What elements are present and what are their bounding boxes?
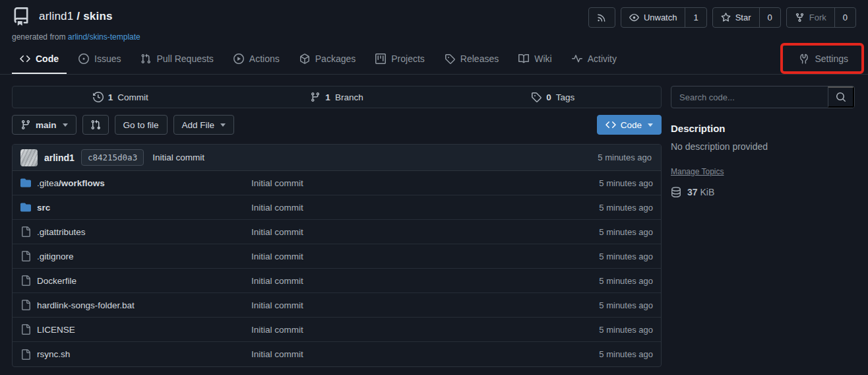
entry-commit-message-link[interactable]: Initial commit <box>251 178 547 188</box>
file-icon <box>20 251 31 261</box>
search-button[interactable] <box>828 86 854 108</box>
book-icon <box>518 53 529 64</box>
entry-commit-message-link[interactable]: Initial commit <box>251 349 547 359</box>
go-to-file-button[interactable]: Go to file <box>115 115 168 135</box>
fork-button-group: Fork 0 <box>786 7 856 28</box>
file-link[interactable]: Dockerfile <box>20 275 251 286</box>
tab-projects[interactable]: Projects <box>367 45 433 74</box>
file-link[interactable]: hardlink-songs-folder.bat <box>20 300 251 310</box>
branch-selector[interactable]: main <box>12 115 77 135</box>
play-icon <box>233 53 244 64</box>
folder-icon <box>20 202 31 213</box>
tag-icon <box>445 53 455 64</box>
template-link[interactable]: arlind/skins-template <box>68 32 140 42</box>
tab-issues[interactable]: Issues <box>71 45 129 74</box>
tab-actions[interactable]: Actions <box>226 45 288 74</box>
tags-summary-link[interactable]: 0 Tags <box>445 86 661 108</box>
add-file-button[interactable]: Add File <box>173 115 235 135</box>
chevron-down-icon <box>63 123 68 127</box>
go-to-file-label: Go to file <box>123 120 159 130</box>
entry-name: .gitignore <box>37 252 74 261</box>
forks-count[interactable]: 0 <box>834 8 855 27</box>
tab-releases[interactable]: Releases <box>437 45 507 74</box>
issue-icon <box>78 53 89 64</box>
file-link[interactable]: .gitattributes <box>20 226 251 237</box>
page-title: arlind1 / skins <box>39 10 113 23</box>
stars-count[interactable]: 0 <box>759 8 780 27</box>
branch-icon <box>20 119 31 130</box>
table-row: .gitattributesInitial commit5 minutes ag… <box>13 220 661 244</box>
commits-summary-link[interactable]: 1 Commit <box>13 86 229 108</box>
star-button-group: Star 0 <box>712 7 781 28</box>
commit-hash-link[interactable]: c84215d0a3 <box>81 149 144 166</box>
repo-name-link[interactable]: skins <box>83 10 112 22</box>
repo-header: arlind1 / skins Unwatch 1 Star 0 <box>0 0 868 42</box>
repo-toolbar: main Go to file Add File Code <box>12 115 662 135</box>
repo-owner-link[interactable]: arlind1 <box>39 10 73 22</box>
commit-author-link[interactable]: arlind1 <box>44 153 75 163</box>
tag-icon <box>531 92 542 102</box>
entry-age: 5 minutes ago <box>547 300 653 310</box>
branch-count: 1 <box>325 92 330 102</box>
rss-icon <box>597 13 607 22</box>
file-icon <box>20 349 31 360</box>
commit-count: 1 <box>108 92 113 102</box>
project-icon <box>375 53 386 64</box>
avatar[interactable] <box>20 149 38 166</box>
tab-wiki[interactable]: Wiki <box>511 45 559 74</box>
entry-name: hardlink-songs-folder.bat <box>37 300 135 310</box>
database-icon <box>671 187 681 197</box>
star-button[interactable]: Star <box>713 8 759 27</box>
entry-commit-message-link[interactable]: Initial commit <box>251 227 547 237</box>
entry-name: LICENSE <box>37 325 75 335</box>
settings-tab-wrap: Settings <box>791 45 856 74</box>
rss-button[interactable] <box>588 7 615 28</box>
repo-tab-bar: CodeIssuesPull RequestsActionsPackagesPr… <box>0 45 868 75</box>
history-icon <box>93 92 104 102</box>
branch-count-label: Branch <box>335 92 363 102</box>
file-icon <box>20 324 31 335</box>
tab-packages[interactable]: Packages <box>292 45 363 74</box>
description-heading: Description <box>671 123 855 134</box>
folder-link[interactable]: src <box>20 202 251 213</box>
compare-button[interactable] <box>82 115 109 135</box>
entry-age: 5 minutes ago <box>547 252 653 261</box>
unwatch-button[interactable]: Unwatch <box>621 8 685 27</box>
entry-commit-message-link[interactable]: Initial commit <box>251 300 547 310</box>
fork-icon <box>795 13 805 22</box>
search-icon <box>836 92 846 102</box>
current-branch-name: main <box>36 120 57 130</box>
tab-activity[interactable]: Activity <box>564 45 625 74</box>
tag-count-label: Tags <box>556 92 575 102</box>
code-icon <box>605 119 616 130</box>
entry-commit-message-link[interactable]: Initial commit <box>251 252 547 261</box>
entry-commit-message-link[interactable]: Initial commit <box>251 203 547 213</box>
entry-age: 5 minutes ago <box>547 325 653 335</box>
file-link[interactable]: rsync.sh <box>20 349 251 360</box>
search-input[interactable] <box>671 86 828 108</box>
entry-age: 5 minutes ago <box>547 227 653 237</box>
tab-settings[interactable]: Settings <box>791 45 856 74</box>
repo-browser-column: 1 Commit 1 Branch 0 Tags main <box>12 86 662 367</box>
unwatch-label: Unwatch <box>644 13 677 22</box>
file-link[interactable]: LICENSE <box>20 324 251 335</box>
commit-age: 5 minutes ago <box>598 153 653 162</box>
code-download-button[interactable]: Code <box>597 115 662 135</box>
commit-message-link[interactable]: Initial commit <box>152 153 204 162</box>
fork-button[interactable]: Fork <box>787 8 834 27</box>
entry-commit-message-link[interactable]: Initial commit <box>251 276 547 286</box>
pr-icon <box>140 53 151 64</box>
compare-icon <box>90 119 101 130</box>
tab-pull-requests[interactable]: Pull Requests <box>133 45 221 74</box>
tag-count: 0 <box>546 92 551 102</box>
tab-label: Activity <box>588 53 617 64</box>
manage-topics-link[interactable]: Manage Topics <box>671 167 724 176</box>
folder-link[interactable]: .gitea/workflows <box>20 178 251 188</box>
file-link[interactable]: .gitignore <box>20 251 251 261</box>
branches-summary-link[interactable]: 1 Branch <box>229 86 445 108</box>
watchers-count[interactable]: 1 <box>685 8 706 27</box>
tab-code[interactable]: Code <box>12 45 67 74</box>
watch-button-group: Unwatch 1 <box>621 7 707 28</box>
file-icon <box>20 226 31 237</box>
entry-commit-message-link[interactable]: Initial commit <box>251 325 547 335</box>
